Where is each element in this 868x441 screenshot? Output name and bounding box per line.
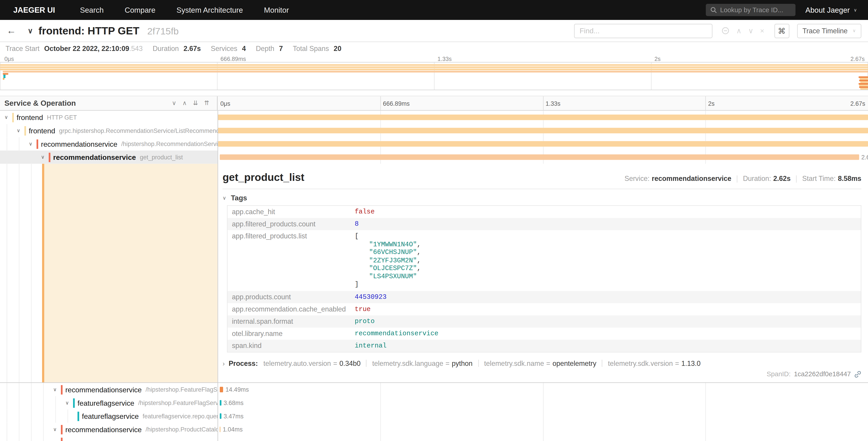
- jaeger-logo[interactable]: JAEGER UI: [0, 5, 69, 14]
- span-name-block[interactable]: ∨recommendationserviceget_product_list: [0, 152, 183, 162]
- span-name-cell[interactable]: ∨recommendationservice/hipstershop.Recom…: [0, 137, 217, 151]
- span-bar[interactable]: [220, 154, 859, 160]
- chevron-down-icon[interactable]: ∨: [53, 387, 61, 392]
- span-name-cell[interactable]: ∨frontendHTTP GET: [0, 111, 217, 124]
- chevron-down-icon: ∨: [852, 28, 856, 33]
- span-bar[interactable]: [217, 115, 868, 120]
- service-name: featureflagservice: [78, 399, 134, 407]
- span-name-cell: [0, 436, 217, 441]
- span-name-block[interactable]: featureflagservicefeatureflagservice.rep…: [0, 411, 217, 421]
- minimap-span-line: [860, 81, 868, 83]
- span-bar-cell[interactable]: 14.49ms: [217, 383, 868, 396]
- json-number-value: 8: [354, 220, 359, 228]
- collapse-header-chevron-icon[interactable]: ∨: [28, 27, 33, 35]
- span-name-block[interactable]: ∨recommendationservice/hipstershop.Featu…: [0, 385, 217, 394]
- timeline-gridline: [705, 96, 706, 110]
- divider: [796, 175, 797, 182]
- start-time-value: 8.58ms: [838, 175, 862, 182]
- span-name-block[interactable]: ∨recommendationservice/hipstershop.Produ…: [0, 425, 217, 434]
- chevron-down-icon[interactable]: ∨: [17, 128, 24, 133]
- trace-minimap[interactable]: [0, 62, 868, 90]
- chevron-down-icon: ∨: [854, 7, 857, 12]
- duration-value: 2.62s: [773, 175, 790, 182]
- column-resizer[interactable]: [217, 111, 218, 441]
- span-name-block[interactable]: ∨featureflagservice/hipstershop.FeatureF…: [0, 398, 217, 408]
- span-name-block[interactable]: ∨frontendHTTP GET: [0, 113, 77, 122]
- span-name-cell[interactable]: ∨frontendgrpc.hipstershop.Recommendation…: [0, 124, 217, 137]
- minimap-span-line: [0, 68, 868, 70]
- trace-lookup-box[interactable]: [706, 4, 795, 16]
- span-name-cell[interactable]: featureflagservicefeatureflagservice.rep…: [0, 410, 217, 423]
- json-string-value: "LS4PSXUNUM": [369, 272, 417, 280]
- span-row: ∨recommendationserviceget_product_list2.…: [0, 151, 868, 164]
- find-input[interactable]: [574, 24, 713, 38]
- collapse-one-icon[interactable]: ∨: [172, 99, 176, 107]
- span-bar[interactable]: [218, 141, 868, 146]
- span-bar-cell[interactable]: 3.47ms: [217, 410, 868, 423]
- service-color-chip: [36, 139, 38, 149]
- nav-item-monitor[interactable]: Monitor: [253, 6, 299, 14]
- span-row: ∨frontendgrpc.hipstershop.Recommendation…: [0, 124, 868, 137]
- minimap-tick: 1.33s: [437, 55, 452, 62]
- tag-key: app.filtered_products.list: [227, 230, 350, 291]
- span-bar-cell[interactable]: 2.62s: [217, 151, 868, 164]
- chevron-down-icon[interactable]: ∨: [65, 400, 73, 406]
- span-bar[interactable]: [217, 128, 868, 133]
- json-string-value: "1YMWWN1N4O": [369, 240, 417, 248]
- zoom-out-icon[interactable]: [721, 27, 730, 35]
- minimap-tick: 2.67s: [850, 55, 865, 62]
- trace-view-selector[interactable]: Trace Timeline ∨: [797, 24, 862, 38]
- span-row: ∨recommendationservice/hipstershop.Recom…: [0, 137, 868, 151]
- chevron-down-icon[interactable]: ∨: [29, 141, 36, 146]
- duration-label: Duration:: [743, 175, 771, 182]
- span-bar-cell[interactable]: [217, 124, 868, 137]
- span-name-cell[interactable]: ∨recommendationservice/hipstershop.Featu…: [0, 383, 217, 396]
- span-bar[interactable]: [220, 387, 223, 392]
- expand-one-icon[interactable]: ∧: [182, 99, 187, 107]
- back-icon[interactable]: ←: [6, 25, 21, 36]
- chevron-down-icon[interactable]: ∨: [41, 154, 49, 160]
- prev-result-icon[interactable]: ∧: [736, 27, 742, 34]
- json-string-value: "66VCHSJNUP": [369, 248, 417, 256]
- span-bar-cell[interactable]: [217, 137, 868, 151]
- nav-item-compare[interactable]: Compare: [114, 6, 166, 14]
- span-bar[interactable]: [220, 413, 221, 419]
- chevron-down-icon[interactable]: ∨: [53, 427, 61, 432]
- process-accordion-toggle[interactable]: › Process: telemetry.auto.version=0.34b0…: [222, 359, 861, 367]
- span-row: featureflagservicefeatureflagservice.rep…: [0, 410, 868, 423]
- indent-guide: [19, 436, 19, 441]
- expand-all-icon[interactable]: ⇈: [204, 99, 209, 107]
- span-id-row: SpanID: 1ca2262df0e18447: [767, 370, 862, 378]
- span-bar[interactable]: [220, 400, 221, 406]
- span-name-cell[interactable]: ∨recommendationservice/hipstershop.Produ…: [0, 423, 217, 436]
- span-bar-cell[interactable]: 1.04ms: [217, 423, 868, 436]
- trace-lookup-input[interactable]: [720, 6, 791, 14]
- minimap-span-line: [0, 66, 868, 68]
- span-bar-cell[interactable]: [217, 111, 868, 124]
- trace-id: 2f715fb: [147, 26, 179, 36]
- span-name-block[interactable]: ∨frontendgrpc.hipstershop.Recommendation…: [0, 126, 217, 136]
- about-jaeger-menu[interactable]: About Jaeger ∨: [805, 6, 857, 14]
- tag-value: false: [350, 206, 861, 218]
- duration-value: 2.67s: [184, 45, 201, 53]
- span-bar-cell[interactable]: 3.68ms: [217, 396, 868, 410]
- next-result-icon[interactable]: ∨: [748, 27, 753, 34]
- collapse-all-icon[interactable]: ⇊: [193, 99, 198, 107]
- span-row: ∨recommendationservice/hipstershop.Featu…: [0, 383, 868, 396]
- keyboard-shortcuts-button[interactable]: ⌘: [774, 24, 789, 38]
- divider: [737, 175, 738, 182]
- span-link-icon[interactable]: [854, 371, 862, 378]
- span-name-block[interactable]: ∨recommendationservice/hipstershop.Recom…: [0, 139, 217, 149]
- chevron-down-icon[interactable]: ∨: [4, 115, 12, 120]
- service-value: recommendationservice: [652, 175, 731, 182]
- nav-item-system-architecture[interactable]: System Architecture: [166, 6, 253, 14]
- nav-item-search[interactable]: Search: [69, 6, 114, 14]
- partially-visible-span-row[interactable]: [0, 436, 868, 441]
- span-name-cell[interactable]: ∨featureflagservice/hipstershop.FeatureF…: [0, 396, 217, 410]
- tags-accordion-toggle[interactable]: ∨ Tags: [222, 194, 861, 202]
- span-name-cell[interactable]: ∨recommendationserviceget_product_list: [0, 151, 217, 164]
- tag-key: app.cache_hit: [227, 206, 350, 218]
- tag-value: 44530923: [350, 291, 861, 303]
- span-bar[interactable]: [220, 427, 220, 432]
- clear-search-icon[interactable]: ×: [760, 27, 764, 34]
